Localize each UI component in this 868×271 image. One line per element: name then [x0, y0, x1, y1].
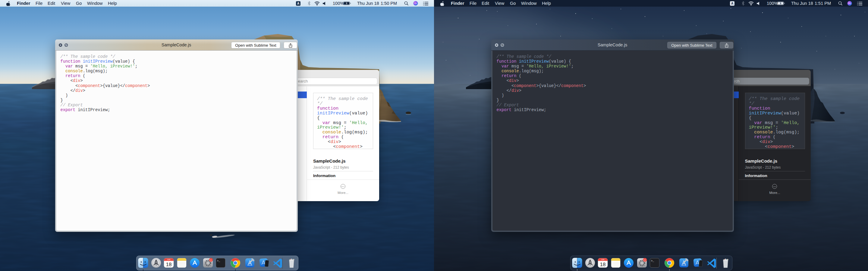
svg-text:A: A [297, 2, 299, 5]
svg-text:A: A [731, 2, 733, 5]
